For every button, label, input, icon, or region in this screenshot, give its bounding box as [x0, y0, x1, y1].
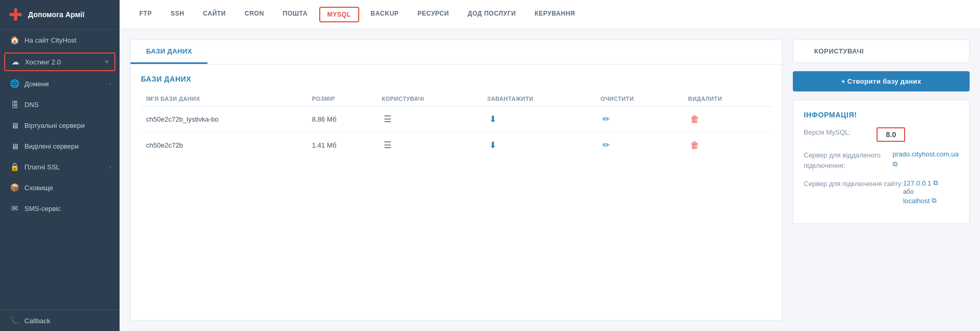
trash-icon-1[interactable]: 🗑	[688, 114, 701, 125]
sidebar-item-storage[interactable]: 📦 Сховище	[0, 177, 120, 198]
db-download-btn-1[interactable]: ⬇	[482, 107, 595, 133]
domains-arrow-icon: ›	[109, 81, 111, 87]
sidebar-item-dns[interactable]: 🗄 DNS	[0, 94, 120, 115]
download-icon-2[interactable]: ⬇	[487, 140, 499, 151]
nav-ssh[interactable]: SSH	[161, 1, 193, 28]
col-name: ІМ'Я БАЗИ ДАНИХ	[141, 91, 307, 107]
sidebar-item-sms[interactable]: ✉ SMS-сервіс	[0, 198, 120, 219]
site-server-values: 127.0.0.1 ⧉ або localhost ⧉	[903, 179, 938, 205]
remote-server-label: Сервер для віддаленого підключення:	[804, 150, 893, 170]
db-clear-btn-1[interactable]: ✏	[595, 107, 683, 133]
nav-ftp[interactable]: FTP	[130, 1, 161, 28]
mysql-version-row: Версія MySQL: 8.0	[804, 127, 959, 142]
nav-cron[interactable]: CRON	[235, 1, 273, 28]
site-server-row: Сервер для підключення сайту: 127.0.0.1 …	[804, 179, 959, 205]
dns-icon: 🗄	[10, 100, 19, 109]
sidebar-item-dedicated[interactable]: 🖥 Виділені сервери	[0, 136, 120, 156]
db-name-1: ch50e2c72b_lystivka-bo	[141, 107, 307, 133]
site-server-label: Сервер для підключення сайту:	[804, 179, 903, 189]
eraser-icon-2[interactable]: ✏	[600, 140, 612, 151]
users-list-icon-1[interactable]: ☰	[382, 114, 394, 125]
table-row: ch50e2c72b 1.41 Мб ☰ ⬇ ✏	[141, 133, 772, 158]
mysql-version-label: Версія MySQL:	[804, 127, 877, 138]
remote-server-row: Сервер для віддаленого підключення: prad…	[804, 150, 959, 170]
db-delete-btn-1[interactable]: 🗑	[683, 107, 772, 133]
sms-icon: ✉	[10, 204, 19, 213]
users-tab-label: КОРИСТУВАЧІ	[804, 40, 874, 62]
sidebar-logo-text: Допомога Армії	[28, 10, 84, 19]
svg-rect-1	[9, 13, 22, 16]
nav-mail[interactable]: ПОШТА	[273, 1, 317, 28]
nav-backup[interactable]: BACKUP	[361, 1, 408, 28]
logo-icon	[8, 7, 23, 22]
sidebar-item-domains[interactable]: 🌐 Домени ›	[0, 73, 120, 94]
nav-management[interactable]: КЕРУВАННЯ	[525, 1, 584, 28]
eraser-icon-1[interactable]: ✏	[600, 114, 612, 125]
remote-server-value: prado.cityhost.com.ua ⧉	[893, 150, 959, 168]
copy-site-server3-icon[interactable]: ⧉	[932, 196, 936, 205]
db-size-2: 1.41 Мб	[307, 133, 376, 158]
home-icon: 🏠	[10, 35, 19, 45]
nav-resources[interactable]: РЕСУРСИ	[408, 1, 458, 28]
nav-sites[interactable]: САЙТИ	[193, 1, 235, 28]
lock-icon: 🔒	[10, 162, 19, 171]
sidebar-item-callback[interactable]: 📞 Callback	[0, 310, 120, 331]
left-panel: БАЗИ ДАНИХ БАЗИ ДАНИХ ІМ'Я БАЗИ ДАНИХ РО…	[130, 39, 782, 321]
sidebar-item-ssl[interactable]: 🔒 Платні SSL ›	[0, 156, 120, 177]
db-size-1: 8.86 Мб	[307, 107, 376, 133]
cloud-icon: ☁	[10, 57, 20, 67]
col-delete: ВИДАЛИТИ	[683, 91, 772, 107]
info-panel: ІНФОРМАЦІЯ! Версія MySQL: 8.0 Сервер для…	[793, 100, 970, 224]
db-name-2: ch50e2c72b	[141, 133, 307, 158]
right-panel: КОРИСТУВАЧІ + Створити базу даних ІНФОРМ…	[793, 39, 970, 321]
db-panel-title: БАЗИ ДАНИХ	[141, 75, 772, 83]
sidebar-item-vps[interactable]: 🖥 Віртуальні сервери	[0, 115, 120, 136]
sidebar-nav: 🏠 На сайт CityHost ☁ Хостинг 2.0 + 🌐 Дом…	[0, 30, 120, 310]
info-panel-title: ІНФОРМАЦІЯ!	[804, 111, 959, 119]
table-row: ch50e2c72b_lystivka-bo 8.86 Мб ☰ ⬇ ✏	[141, 107, 772, 133]
db-users-btn-1[interactable]: ☰	[376, 107, 482, 133]
col-clear: ОЧИСТИТИ	[595, 91, 683, 107]
vps-icon: 🖥	[10, 121, 19, 130]
main: FTP SSH САЙТИ CRON ПОШТА MYSQL BACKUP РЕ…	[120, 0, 980, 331]
site-server-or-label: або	[903, 188, 938, 195]
ssl-arrow-icon: ›	[109, 164, 111, 170]
callback-icon: 📞	[10, 316, 19, 325]
globe-icon: 🌐	[10, 79, 19, 88]
nav-mysql[interactable]: MYSQL	[319, 7, 359, 22]
db-clear-btn-2[interactable]: ✏	[595, 133, 683, 158]
site-server-value1-line: 127.0.0.1 ⧉	[903, 179, 938, 187]
db-table: ІМ'Я БАЗИ ДАНИХ РОЗМІР КОРИСТУВАЧІ ЗАВАН…	[141, 91, 772, 158]
mysql-version-value: 8.0	[877, 127, 905, 142]
db-panel: БАЗИ ДАНИХ ІМ'Я БАЗИ ДАНИХ РОЗМІР КОРИСТ…	[130, 64, 782, 321]
col-size: РОЗМІР	[307, 91, 376, 107]
col-users: КОРИСТУВАЧІ	[376, 91, 482, 107]
nav-addservices[interactable]: ДОД ПОСЛУГИ	[459, 1, 526, 28]
sidebar: Допомога Армії 🏠 На сайт CityHost ☁ Хост…	[0, 0, 120, 331]
db-download-btn-2[interactable]: ⬇	[482, 133, 595, 158]
site-server-value3-line: localhost ⧉	[903, 196, 938, 205]
users-list-icon-2[interactable]: ☰	[382, 140, 394, 151]
tab-bar: БАЗИ ДАНИХ	[130, 39, 782, 64]
storage-icon: 📦	[10, 183, 19, 192]
tab-databases[interactable]: БАЗИ ДАНИХ	[130, 40, 207, 64]
sidebar-logo: Допомога Армії	[0, 0, 120, 30]
hosting-plus-icon[interactable]: +	[104, 57, 109, 67]
copy-site-server1-icon[interactable]: ⧉	[933, 179, 938, 187]
sidebar-item-hosting[interactable]: ☁ Хостинг 2.0 +	[4, 52, 115, 71]
db-users-btn-2[interactable]: ☰	[376, 133, 482, 158]
trash-icon-2[interactable]: 🗑	[688, 140, 701, 151]
db-delete-btn-2[interactable]: 🗑	[683, 133, 772, 158]
top-nav: FTP SSH САЙТИ CRON ПОШТА MYSQL BACKUP РЕ…	[120, 0, 980, 29]
content: БАЗИ ДАНИХ БАЗИ ДАНИХ ІМ'Я БАЗИ ДАНИХ РО…	[120, 29, 980, 331]
create-database-button[interactable]: + Створити базу даних	[793, 71, 970, 91]
col-download: ЗАВАНТАЖИТИ	[482, 91, 595, 107]
dedicated-icon: 🖥	[10, 141, 19, 151]
download-icon-1[interactable]: ⬇	[487, 114, 499, 125]
sidebar-bottom: 📞 Callback	[0, 310, 120, 331]
sidebar-item-home[interactable]: 🏠 На сайт CityHost	[0, 30, 120, 50]
copy-remote-server-icon[interactable]: ⧉	[893, 160, 897, 168]
